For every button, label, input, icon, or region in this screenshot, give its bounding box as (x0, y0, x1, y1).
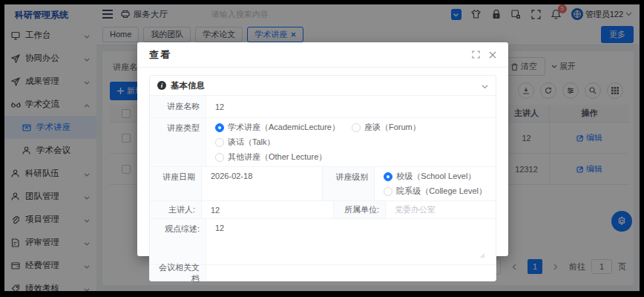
dialog-title: 查看 (149, 48, 171, 62)
radio-selected-icon (384, 172, 392, 181)
radio-selected-icon (215, 123, 224, 132)
radio-icon (215, 153, 224, 162)
field-label: 观点综述: (150, 219, 206, 264)
field-label: 讲座类型 (150, 118, 206, 166)
unit-value[interactable]: 党委办公室 (386, 201, 496, 218)
radio-college-level[interactable]: 院系级（College Level） (384, 186, 487, 197)
field-row-summary: 观点综述: 12 (150, 218, 496, 264)
field-label: 所属单位: (334, 201, 386, 218)
basic-info-section: i 基本信息 讲座名称 12 讲座类型 学术讲座（AcademicLecture… (149, 75, 496, 281)
field-label: 主讲人: (150, 201, 202, 218)
field-label: 讲座级别 (323, 167, 375, 200)
lecture-level-radio-group: 校级（School Level） 院系级（College Level） (384, 167, 487, 200)
summary-textarea[interactable]: 12 (215, 219, 487, 262)
field-row-lecture-type: 讲座类型 学术讲座（AcademicLecture） 座谈（Forum） 谈话（… (150, 117, 496, 166)
radio-forum[interactable]: 座谈（Forum） (352, 122, 421, 133)
section-title: 基本信息 (171, 80, 205, 91)
radio-academic-lecture[interactable]: 学术讲座（AcademicLecture） (215, 122, 340, 133)
field-row-related-docs: 会议相关文档 (150, 264, 496, 281)
radio-icon (384, 187, 392, 196)
lecture-date-value[interactable]: 2026-02-18 (202, 167, 322, 200)
dialog-header: 查看 (137, 42, 508, 68)
radio-other-lecture[interactable]: 其他讲座（Other Lecture） (215, 151, 487, 163)
lecture-type-radio-group: 学术讲座（AcademicLecture） 座谈（Forum） 谈话（Talk）… (215, 118, 487, 166)
field-label: 讲座日期 (150, 167, 202, 200)
field-row-lecture-name: 讲座名称 12 (150, 95, 496, 117)
speaker-value[interactable]: 12 (202, 201, 333, 218)
textarea-resize-handle[interactable] (480, 251, 485, 260)
info-icon: i (157, 81, 166, 90)
related-docs-value (206, 265, 496, 281)
field-label: 讲座名称 (150, 96, 206, 117)
field-label: 会议相关文档 (150, 265, 206, 281)
radio-talk[interactable]: 谈话（Talk） (215, 137, 275, 148)
radio-icon (215, 138, 224, 147)
section-header[interactable]: i 基本信息 (150, 76, 496, 95)
radio-school-level[interactable]: 校级（School Level） (384, 171, 487, 182)
field-row-date-level: 讲座日期 2026-02-18 讲座级别 校级（School Level） 院系… (150, 166, 496, 200)
radio-icon (352, 123, 361, 132)
dialog-fullscreen-icon[interactable] (472, 50, 480, 59)
lecture-name-value[interactable]: 12 (206, 96, 496, 117)
chevron-down-icon[interactable] (482, 79, 488, 92)
dialog-close-icon[interactable] (489, 50, 496, 59)
view-dialog: 查看 i 基本信息 讲座名称 12 讲座类型 学术 (137, 42, 508, 256)
field-row-speaker-unit: 主讲人: 12 所属单位: 党委办公室 (150, 200, 496, 218)
app-window: 科研管理系统 服务大厅 (4, 4, 640, 291)
